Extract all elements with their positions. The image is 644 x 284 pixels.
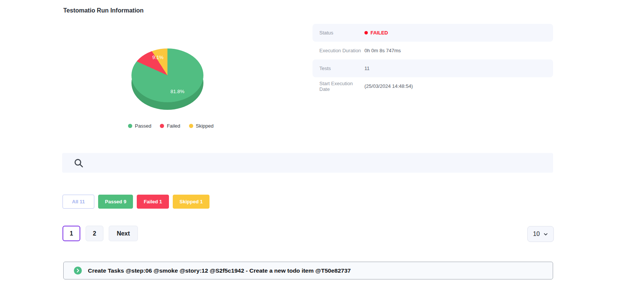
page-title: Testomatio Run Information [63,7,144,14]
start-date-label: Start Execution Date [319,81,364,92]
status-text: FAILED [370,30,388,36]
skipped-dot-icon [189,124,193,128]
filter-passed-button[interactable]: Passed 9 [98,195,133,209]
legend-item-skipped[interactable]: Skipped [189,123,214,129]
legend-label-failed: Failed [167,123,180,129]
legend-item-failed[interactable]: Failed [160,123,180,129]
chart-legend: Passed Failed Skipped [128,123,214,129]
run-info-row-status: Status FAILED [313,24,553,42]
pie-slices[interactable] [131,48,203,102]
page-size-select[interactable]: 10 [527,226,554,242]
result-filters: All 11 Passed 9 Failed 1 Skipped 1 [63,195,209,209]
start-date-value: (25/03/2024 14:48:54) [364,83,413,89]
chevron-down-icon [543,232,548,237]
filter-failed-button[interactable]: Failed 1 [137,195,169,209]
test-title: Create Tasks @step:06 @smoke @story:12 @… [88,267,351,274]
run-info-row-tests: Tests 11 [313,59,553,77]
duration-label: Execution Duration [319,48,364,53]
next-page-button[interactable]: Next [109,226,138,241]
pie-label-passed: 81.8% [170,89,184,94]
pie-label-skipped: 9.1% [152,55,164,60]
report-page: Testomatio Run Information 81.8% 9.1% Pa… [0,0,644,284]
run-info-table: Status FAILED Execution Duration 0h 0m 8… [313,24,553,95]
failed-dot-icon [160,124,164,128]
duration-value: 0h 0m 8s 747ms [364,48,401,53]
pagination: 1 2 Next [63,226,138,241]
legend-item-passed[interactable]: Passed [128,123,151,129]
run-info-row-duration: Execution Duration 0h 0m 8s 747ms [313,42,553,59]
search-icon [73,158,84,168]
expand-chevron-icon [74,267,82,275]
test-row[interactable]: Create Tasks @step:06 @smoke @story:12 @… [63,262,553,279]
search-input[interactable] [84,153,553,173]
passed-dot-icon [128,124,132,128]
filter-all-button[interactable]: All 11 [63,195,94,209]
tests-value: 11 [364,66,370,71]
tests-label: Tests [319,66,364,71]
page-button-1[interactable]: 1 [63,226,80,241]
search-bar[interactable] [62,153,553,173]
results-pie-chart: 81.8% 9.1% [131,48,203,102]
filter-skipped-button[interactable]: Skipped 1 [173,195,209,209]
legend-label-skipped: Skipped [196,123,214,129]
legend-label-passed: Passed [135,123,151,129]
status-value: FAILED [364,30,388,36]
run-info-row-start-date: Start Execution Date (25/03/2024 14:48:5… [313,77,553,95]
status-dot-icon [364,31,368,34]
status-label: Status [319,30,364,36]
page-size-value: 10 [533,231,540,237]
page-button-2[interactable]: 2 [86,226,103,241]
